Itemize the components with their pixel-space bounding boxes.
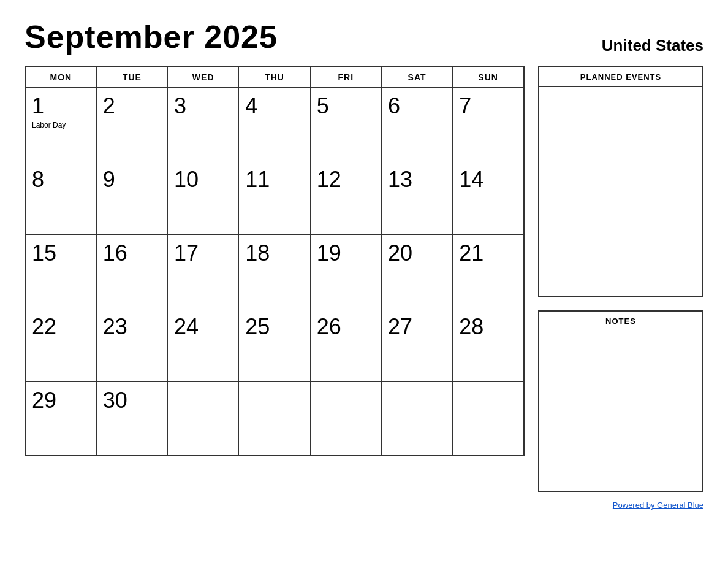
calendar-cell	[453, 382, 524, 456]
day-number: 22	[32, 315, 90, 339]
day-number: 16	[103, 241, 161, 266]
day-number: 19	[317, 241, 375, 266]
day-number: 20	[388, 241, 446, 266]
day-number: 18	[245, 241, 303, 266]
powered-by-link[interactable]: Powered by General Blue	[613, 500, 703, 510]
main-layout: MON TUE WED THU FRI SAT SUN 1Labor Day23…	[25, 66, 703, 510]
planned-events-header: PLANNED EVENTS	[539, 67, 702, 87]
calendar-cell: 15	[25, 235, 96, 308]
notes-body	[539, 331, 702, 491]
calendar-cell	[310, 382, 381, 456]
sidebar: PLANNED EVENTS NOTES Powered by General …	[538, 66, 703, 510]
calendar-cell: 20	[381, 235, 452, 308]
weekday-tue: TUE	[96, 67, 167, 88]
calendar-week-row: 1Labor Day234567	[25, 88, 524, 161]
calendar-week-row: 2930	[25, 382, 524, 456]
calendar-cell: 5	[310, 88, 381, 161]
calendar-cell: 29	[25, 382, 96, 456]
weekday-wed: WED	[168, 67, 239, 88]
calendar-cell: 3	[168, 88, 239, 161]
calendar-cell: 16	[96, 235, 167, 308]
day-number: 28	[459, 315, 517, 339]
calendar-cell: 23	[96, 308, 167, 382]
day-number: 23	[103, 315, 161, 339]
day-number: 1	[32, 94, 90, 118]
calendar-cell: 25	[239, 308, 310, 382]
calendar-cell: 22	[25, 308, 96, 382]
calendar-cell: 8	[25, 161, 96, 235]
day-number: 24	[174, 315, 232, 339]
planned-events-body	[539, 87, 702, 296]
weekday-header-row: MON TUE WED THU FRI SAT SUN	[25, 67, 524, 88]
calendar-cell: 4	[239, 88, 310, 161]
weekday-sat: SAT	[381, 67, 452, 88]
day-number: 30	[103, 388, 161, 413]
day-number: 13	[388, 167, 446, 192]
notes-box: NOTES	[538, 310, 703, 492]
planned-events-box: PLANNED EVENTS	[538, 66, 703, 297]
day-number: 4	[245, 94, 303, 118]
calendar-week-row: 891011121314	[25, 161, 524, 235]
calendar-cell: 2	[96, 88, 167, 161]
calendar-cell: 1Labor Day	[25, 88, 96, 161]
calendar-section: MON TUE WED THU FRI SAT SUN 1Labor Day23…	[25, 66, 525, 456]
calendar-cell: 14	[453, 161, 524, 235]
calendar-week-row: 15161718192021	[25, 235, 524, 308]
day-number: 5	[317, 94, 375, 118]
day-number: 10	[174, 167, 232, 192]
day-number: 2	[103, 94, 161, 118]
weekday-sun: SUN	[453, 67, 524, 88]
calendar-cell: 26	[310, 308, 381, 382]
calendar-cell: 13	[381, 161, 452, 235]
day-number: 9	[103, 167, 161, 192]
powered-by: Powered by General Blue	[538, 500, 703, 510]
calendar-cell: 28	[453, 308, 524, 382]
day-number: 14	[459, 167, 517, 192]
day-number: 25	[245, 315, 303, 339]
day-number: 21	[459, 241, 517, 266]
calendar-cell: 17	[168, 235, 239, 308]
calendar-cell: 19	[310, 235, 381, 308]
calendar-cell: 12	[310, 161, 381, 235]
weekday-thu: THU	[239, 67, 310, 88]
calendar-cell	[381, 382, 452, 456]
day-number: 12	[317, 167, 375, 192]
calendar-cell: 30	[96, 382, 167, 456]
calendar-cell: 11	[239, 161, 310, 235]
month-year-title: September 2025	[25, 18, 278, 55]
weekday-fri: FRI	[310, 67, 381, 88]
calendar-table: MON TUE WED THU FRI SAT SUN 1Labor Day23…	[25, 66, 525, 456]
day-number: 27	[388, 315, 446, 339]
calendar-cell	[239, 382, 310, 456]
calendar-cell	[168, 382, 239, 456]
calendar-cell: 6	[381, 88, 452, 161]
day-number: 15	[32, 241, 90, 266]
day-number: 26	[317, 315, 375, 339]
day-number: 17	[174, 241, 232, 266]
day-number: 6	[388, 94, 446, 118]
weekday-mon: MON	[25, 67, 96, 88]
day-number: 7	[459, 94, 517, 118]
day-number: 29	[32, 388, 90, 413]
notes-header: NOTES	[539, 312, 702, 331]
day-number: 8	[32, 167, 90, 192]
holiday-label: Labor Day	[32, 121, 90, 131]
calendar-cell: 9	[96, 161, 167, 235]
calendar-cell: 10	[168, 161, 239, 235]
day-number: 11	[245, 167, 303, 192]
country-title: United States	[602, 36, 703, 55]
calendar-cell: 27	[381, 308, 452, 382]
calendar-cell: 18	[239, 235, 310, 308]
calendar-cell: 21	[453, 235, 524, 308]
page-header: September 2025 United States	[25, 18, 703, 55]
day-number: 3	[174, 94, 232, 118]
calendar-cell: 7	[453, 88, 524, 161]
calendar-week-row: 22232425262728	[25, 308, 524, 382]
calendar-cell: 24	[168, 308, 239, 382]
